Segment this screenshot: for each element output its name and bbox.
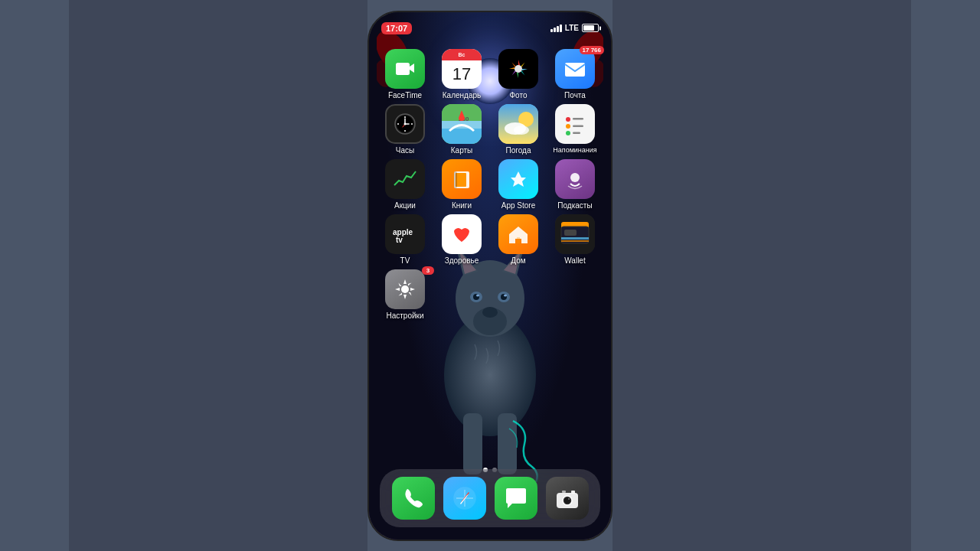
podcasts-label: Подкасты bbox=[557, 201, 592, 210]
home-label: Дом bbox=[511, 256, 525, 265]
time-display: 17:07 bbox=[381, 22, 412, 34]
app-reminders[interactable]: Напоминания bbox=[549, 104, 601, 155]
mail-label: Почта bbox=[564, 91, 586, 99]
photos-icon bbox=[498, 49, 538, 89]
calendar-label: Календарь bbox=[443, 91, 481, 99]
reminders-label: Напоминания bbox=[553, 146, 596, 154]
health-icon bbox=[442, 214, 482, 254]
svg-rect-14 bbox=[463, 413, 482, 474]
app-mail[interactable]: 17 766 Почта bbox=[549, 49, 601, 99]
svg-point-48 bbox=[566, 131, 570, 135]
weather-icon bbox=[498, 104, 538, 144]
books-label: Книги bbox=[452, 201, 472, 210]
signal-icon bbox=[550, 24, 562, 32]
settings-label: Настройки bbox=[386, 311, 423, 320]
app-home[interactable]: Дом bbox=[492, 214, 544, 265]
wallet-label: Wallet bbox=[564, 256, 585, 265]
svg-point-46 bbox=[566, 124, 570, 129]
app-podcasts[interactable]: Подкасты bbox=[549, 159, 601, 210]
podcasts-icon bbox=[555, 159, 595, 199]
calendar-top: Вс bbox=[442, 49, 482, 61]
clock-label: Часы bbox=[396, 146, 414, 155]
svg-rect-47 bbox=[573, 125, 583, 127]
app-appstore[interactable]: App Store bbox=[492, 159, 544, 210]
dock bbox=[380, 469, 600, 527]
app-maps[interactable]: 280 Карты bbox=[436, 104, 488, 155]
right-panel bbox=[612, 0, 911, 551]
phone-screen: 17:07 LTE FaceTime bbox=[368, 11, 612, 541]
app-tv[interactable]: apple tv TV bbox=[379, 214, 431, 265]
settings-icon bbox=[385, 269, 425, 309]
left-panel bbox=[69, 0, 368, 551]
svg-point-57 bbox=[570, 173, 580, 182]
empty-slot-1 bbox=[436, 269, 488, 320]
svg-rect-79 bbox=[571, 491, 575, 494]
maps-icon: 280 bbox=[442, 104, 482, 144]
settings-badge: 3 bbox=[422, 266, 434, 275]
app-row-2: Часы 280 Карты bbox=[377, 104, 603, 155]
stocks-label: Акции bbox=[394, 201, 416, 210]
app-grid: FaceTime Вс 17 Календарь bbox=[369, 46, 611, 324]
app-stocks[interactable]: Акции bbox=[379, 159, 431, 210]
app-photos[interactable]: Фото bbox=[492, 49, 544, 99]
facetime-icon bbox=[385, 49, 425, 89]
app-facetime[interactable]: FaceTime bbox=[379, 49, 431, 99]
appstore-label: App Store bbox=[501, 201, 535, 210]
tv-icon: apple tv bbox=[385, 214, 425, 254]
calendar-icon: Вс 17 bbox=[442, 49, 482, 89]
svg-point-35 bbox=[404, 122, 407, 125]
svg-rect-25 bbox=[565, 63, 585, 77]
svg-point-44 bbox=[566, 117, 570, 122]
dock-camera[interactable] bbox=[546, 477, 589, 520]
svg-point-77 bbox=[564, 497, 570, 504]
svg-rect-66 bbox=[564, 230, 577, 236]
svg-rect-49 bbox=[573, 132, 580, 134]
app-wallet[interactable]: Wallet bbox=[549, 214, 601, 265]
app-row-1: FaceTime Вс 17 Календарь bbox=[377, 49, 603, 99]
svg-rect-67 bbox=[561, 237, 589, 240]
svg-point-78 bbox=[568, 498, 570, 500]
health-label: Здоровье bbox=[445, 256, 479, 265]
status-right: LTE bbox=[550, 24, 599, 32]
app-row-3: Акции Книги bbox=[377, 159, 603, 210]
tv-label: TV bbox=[400, 256, 410, 265]
dock-phone[interactable] bbox=[392, 477, 435, 520]
wallet-icon bbox=[555, 214, 595, 254]
reminders-icon bbox=[555, 104, 595, 144]
facetime-label: FaceTime bbox=[388, 91, 422, 99]
home-icon bbox=[498, 214, 538, 254]
empty-slot-3 bbox=[549, 269, 601, 320]
dock-safari[interactable] bbox=[443, 477, 486, 520]
app-books[interactable]: Книги bbox=[436, 159, 488, 210]
mail-icon bbox=[555, 49, 595, 89]
app-weather[interactable]: Погода bbox=[492, 104, 544, 155]
status-bar: 17:07 LTE bbox=[369, 12, 611, 38]
svg-rect-61 bbox=[517, 237, 520, 243]
weather-label: Погода bbox=[506, 146, 531, 155]
maps-label: Карты bbox=[451, 146, 473, 155]
svg-rect-54 bbox=[454, 171, 457, 188]
svg-rect-80 bbox=[562, 491, 566, 493]
clock-icon bbox=[385, 104, 425, 144]
empty-slot-2 bbox=[492, 269, 544, 320]
app-row-4: apple tv TV Здоровье bbox=[377, 214, 603, 265]
books-icon bbox=[442, 159, 482, 199]
svg-rect-53 bbox=[456, 173, 466, 187]
svg-point-43 bbox=[514, 126, 529, 135]
calendar-day: 17 bbox=[452, 66, 471, 83]
dock-messages[interactable] bbox=[495, 477, 537, 520]
photos-label: Фото bbox=[510, 91, 528, 99]
appstore-icon bbox=[498, 159, 538, 199]
app-row-5: 3 Настройки bbox=[377, 269, 603, 320]
app-settings[interactable]: 3 Настройки bbox=[379, 269, 431, 320]
svg-rect-45 bbox=[573, 118, 583, 120]
svg-point-69 bbox=[401, 285, 409, 293]
svg-text:tv: tv bbox=[396, 236, 403, 244]
battery-level bbox=[583, 25, 594, 31]
mail-badge: 17 766 bbox=[580, 46, 604, 54]
app-calendar[interactable]: Вс 17 Календарь bbox=[436, 49, 488, 99]
battery-icon bbox=[582, 24, 599, 32]
svg-rect-68 bbox=[561, 240, 589, 242]
app-clock[interactable]: Часы bbox=[379, 104, 431, 155]
app-health[interactable]: Здоровье bbox=[436, 214, 488, 265]
